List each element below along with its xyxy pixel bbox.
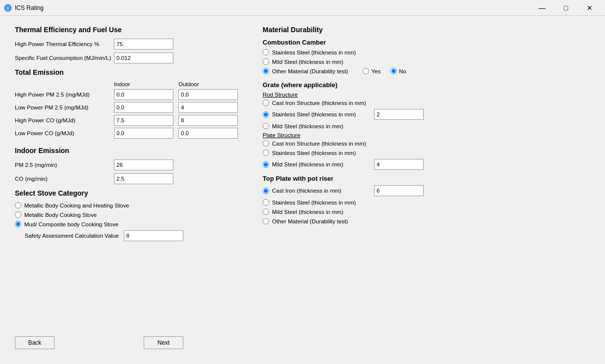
plate-input-2[interactable] [374, 159, 424, 170]
stove-option-1: Metallic Body Cooking Stove [15, 211, 243, 218]
thermal-section-title: Thermal Efficiency and Fuel Use [15, 26, 243, 34]
stove-label-1: Metallic Body Cooking Stove [24, 212, 97, 218]
cc-radio-0[interactable] [263, 49, 269, 55]
tp-label-3: Other Material (Durability test) [272, 218, 371, 224]
yes-radio[interactable] [363, 68, 369, 74]
rod-option-1: Stainless Steel (thickness in mm) [263, 109, 590, 120]
emission-outdoor-0[interactable] [178, 89, 238, 100]
plate-radio-1[interactable] [263, 150, 269, 156]
emission-label-2: High Power CO (g/MJd) [15, 117, 114, 123]
svg-text:i: i [7, 6, 9, 11]
right-panel: Material Durability Combustion Camber St… [263, 26, 590, 354]
yes-no-group: Yes No [363, 68, 406, 74]
outdoor-header: Outdoor [178, 81, 243, 87]
high-power-row: High Power Thermal Efficiency % [15, 39, 243, 50]
cc-label-1: Mild Steel (thickness in mm) [272, 59, 343, 65]
stove-radio-1[interactable] [15, 211, 21, 218]
specific-fuel-label: Specific Fuel Consumption (MJ/min/L) [15, 55, 114, 61]
safety-label: Safety Assessment Calculation Value [25, 233, 119, 239]
safety-input[interactable] [124, 230, 183, 241]
window-controls: — □ ✕ [531, 0, 601, 15]
main-content: Thermal Efficiency and Fuel Use High Pow… [0, 16, 605, 364]
co-input[interactable] [114, 173, 173, 184]
specific-fuel-row: Specific Fuel Consumption (MJ/min/L) [15, 52, 243, 63]
plate-radio-2[interactable] [263, 161, 269, 168]
rod-structure-label: Rod Structure [263, 92, 590, 98]
total-emission-title: Total Emission [15, 68, 243, 76]
emission-outdoor-2[interactable] [178, 115, 238, 126]
high-power-input[interactable] [114, 39, 173, 50]
stove-option-2: Mud/ Composite body Cooking Stove [15, 221, 243, 227]
stove-radio-0[interactable] [15, 202, 21, 208]
emission-row-1: Low Power PM 2.5 (mg/MJd) [15, 102, 243, 113]
rod-option-0: Cast Iron Structure (thickness in mm) [263, 100, 590, 106]
app-icon: i [4, 4, 12, 12]
pm25-row: PM 2.5 (mg/min) [15, 159, 243, 170]
cc-label-0: Stainless Steel (thickness in mm) [272, 50, 356, 55]
tp-radio-0[interactable] [263, 188, 269, 194]
maximize-button[interactable]: □ [554, 0, 577, 15]
emission-indoor-1[interactable] [114, 102, 173, 113]
tp-option-2: Mild Steel (thickness in mm) [263, 208, 590, 215]
high-power-label: High Power Thermal Efficiency % [15, 41, 114, 47]
tp-radio-2[interactable] [263, 208, 269, 215]
stove-radio-2[interactable] [15, 221, 21, 227]
stove-option-0: Metallic Body Cooking and Heating Stove [15, 202, 243, 208]
cc-radio-2[interactable] [263, 68, 269, 74]
co-row: CO (mg/min) [15, 173, 243, 184]
indoor-emission-title: Indoor Emission [15, 147, 243, 155]
plate-radio-0[interactable] [263, 140, 269, 147]
tp-label-2: Mild Steel (thickness in mm) [272, 209, 371, 215]
close-button[interactable]: ✕ [578, 0, 601, 15]
specific-fuel-input[interactable] [114, 52, 173, 63]
tp-radio-1[interactable] [263, 199, 269, 206]
next-button[interactable]: Next [144, 336, 183, 349]
emission-label-1: Low Power PM 2.5 (mg/MJd) [15, 104, 114, 110]
safety-row: Safety Assessment Calculation Value [25, 230, 243, 241]
window-title: ICS Rating [15, 4, 531, 11]
emission-indoor-0[interactable] [114, 89, 173, 100]
combustion-section-title: Combustion Camber [263, 39, 590, 46]
rod-radio-0[interactable] [263, 100, 269, 106]
back-button[interactable]: Back [15, 336, 55, 349]
stove-category-title: Select Stove Category [15, 189, 243, 197]
material-durability-title: Material Durability [263, 26, 590, 34]
rod-input-1[interactable] [374, 109, 424, 120]
no-label: No [399, 68, 406, 74]
tp-option-0: Cast Iron (thickness in mm) [263, 185, 590, 196]
emission-headers: Indoor Outdoor [114, 81, 243, 87]
tp-label-0: Cast Iron (thickness in mm) [272, 188, 371, 194]
plate-label-1: Stainless Steel (thickness in mm) [272, 150, 371, 156]
rod-label-2: Mild Steel (thickness in mm) [272, 123, 371, 129]
no-radio[interactable] [390, 68, 397, 74]
cc-option-0: Stainless Steel (thickness in mm) [263, 49, 590, 55]
emission-label-0: High Power PM 2.5 (mg/MJd) [15, 92, 114, 98]
pm25-input[interactable] [114, 159, 173, 170]
plate-label-0: Cast Iron Structure (thickness in mm) [272, 141, 371, 147]
emission-outdoor-3[interactable] [178, 128, 238, 139]
emission-indoor-2[interactable] [114, 115, 173, 126]
emission-row-2: High Power CO (g/MJd) [15, 115, 243, 126]
tp-option-1: Stainless Steel (thickness in mm) [263, 199, 590, 206]
tp-radio-3[interactable] [263, 218, 269, 224]
cc-option-2-row: Other Material (Durability test) Yes No [263, 68, 590, 74]
rod-option-2: Mild Steel (thickness in mm) [263, 123, 590, 129]
plate-option-0: Cast Iron Structure (thickness in mm) [263, 140, 590, 147]
tp-input-0[interactable] [374, 185, 424, 196]
no-item: No [390, 68, 406, 74]
left-panel: Thermal Efficiency and Fuel Use High Pow… [15, 26, 243, 354]
rod-radio-2[interactable] [263, 123, 269, 129]
rod-label-1: Stainless Steel (thickness in mm) [272, 111, 371, 117]
cc-radio-1[interactable] [263, 58, 269, 65]
minimize-button[interactable]: — [531, 0, 553, 15]
indoor-header: Indoor [114, 81, 178, 87]
plate-label-2: Mild Steel (thickness in mm) [272, 161, 371, 167]
cc-option-1: Mild Steel (thickness in mm) [263, 58, 590, 65]
rod-radio-1[interactable] [263, 111, 269, 118]
cc-label-2: Other Material (Durability test) [272, 68, 348, 74]
emission-indoor-3[interactable] [114, 128, 173, 139]
rod-label-0: Cast Iron Structure (thickness in mm) [272, 100, 371, 106]
emission-row-3: Low Power CO (g/MJd) [15, 128, 243, 139]
plate-option-2: Mild Steel (thickness in mm) [263, 159, 590, 170]
emission-outdoor-1[interactable] [178, 102, 238, 113]
